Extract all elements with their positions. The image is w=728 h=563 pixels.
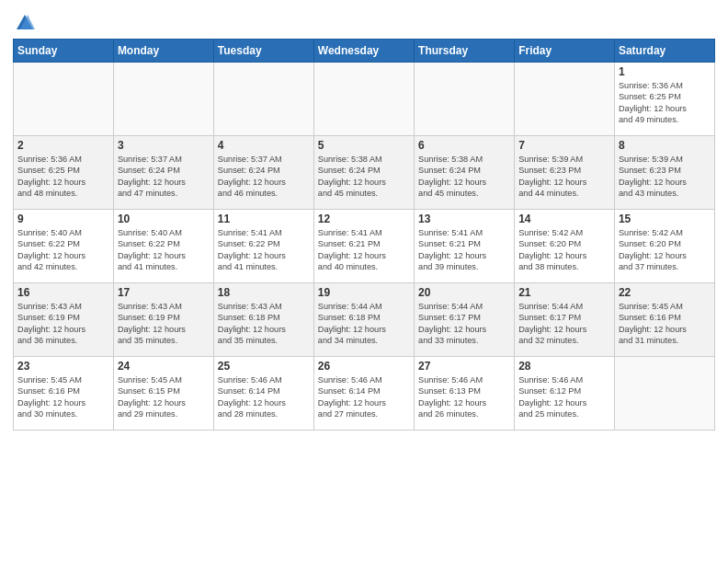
calendar-cell [415, 63, 515, 136]
calendar-cell: 10Sunrise: 5:40 AM Sunset: 6:22 PM Dayli… [113, 210, 213, 283]
day-number: 1 [619, 65, 711, 78]
day-number: 4 [218, 139, 310, 152]
calendar-cell: 28Sunrise: 5:46 AM Sunset: 6:12 PM Dayli… [515, 357, 615, 431]
day-number: 12 [318, 213, 410, 225]
day-info: Sunrise: 5:45 AM Sunset: 6:16 PM Dayligh… [17, 374, 109, 420]
calendar-cell: 14Sunrise: 5:42 AM Sunset: 6:20 PM Dayli… [515, 210, 615, 283]
day-info: Sunrise: 5:38 AM Sunset: 6:24 PM Dayligh… [318, 154, 410, 200]
day-number: 2 [17, 139, 109, 152]
day-number: 19 [318, 286, 410, 299]
calendar-cell: 11Sunrise: 5:41 AM Sunset: 6:22 PM Dayli… [213, 210, 313, 283]
calendar-table: SundayMondayTuesdayWednesdayThursdayFrid… [13, 39, 715, 431]
day-info: Sunrise: 5:38 AM Sunset: 6:24 PM Dayligh… [418, 154, 510, 200]
weekday-friday: Friday [515, 40, 615, 63]
calendar-cell [515, 63, 615, 136]
day-number: 8 [619, 139, 711, 152]
day-info: Sunrise: 5:46 AM Sunset: 6:12 PM Dayligh… [518, 374, 610, 420]
calendar-cell [614, 357, 714, 431]
weekday-sunday: Sunday [14, 40, 114, 63]
day-info: Sunrise: 5:46 AM Sunset: 6:14 PM Dayligh… [218, 374, 310, 420]
calendar-cell: 25Sunrise: 5:46 AM Sunset: 6:14 PM Dayli… [213, 357, 313, 431]
day-number: 25 [218, 360, 310, 373]
calendar-cell: 21Sunrise: 5:44 AM Sunset: 6:17 PM Dayli… [515, 283, 615, 357]
day-number: 6 [418, 139, 510, 152]
calendar-cell: 8Sunrise: 5:39 AM Sunset: 6:23 PM Daylig… [614, 136, 714, 210]
day-number: 9 [17, 213, 109, 225]
day-info: Sunrise: 5:46 AM Sunset: 6:13 PM Dayligh… [418, 374, 510, 420]
day-number: 21 [518, 286, 610, 299]
day-number: 16 [17, 286, 109, 299]
day-number: 14 [518, 213, 610, 225]
day-number: 17 [118, 286, 210, 299]
calendar-cell: 22Sunrise: 5:45 AM Sunset: 6:16 PM Dayli… [614, 283, 714, 357]
calendar-cell: 13Sunrise: 5:41 AM Sunset: 6:21 PM Dayli… [415, 210, 515, 283]
day-info: Sunrise: 5:41 AM Sunset: 6:21 PM Dayligh… [418, 227, 510, 273]
weekday-wednesday: Wednesday [313, 40, 414, 63]
weekday-header-row: SundayMondayTuesdayWednesdayThursdayFrid… [14, 40, 715, 63]
day-info: Sunrise: 5:39 AM Sunset: 6:23 PM Dayligh… [518, 154, 610, 200]
day-info: Sunrise: 5:39 AM Sunset: 6:23 PM Dayligh… [619, 154, 711, 200]
day-info: Sunrise: 5:40 AM Sunset: 6:22 PM Dayligh… [118, 227, 210, 273]
day-number: 7 [518, 139, 610, 152]
calendar-week-1: 1Sunrise: 5:36 AM Sunset: 6:25 PM Daylig… [14, 63, 715, 136]
logo-icon [15, 13, 35, 33]
calendar-cell: 23Sunrise: 5:45 AM Sunset: 6:16 PM Dayli… [14, 357, 114, 431]
calendar-cell: 9Sunrise: 5:40 AM Sunset: 6:22 PM Daylig… [14, 210, 114, 283]
calendar-cell: 27Sunrise: 5:46 AM Sunset: 6:13 PM Dayli… [415, 357, 515, 431]
day-info: Sunrise: 5:45 AM Sunset: 6:15 PM Dayligh… [118, 374, 210, 420]
calendar-week-2: 2Sunrise: 5:36 AM Sunset: 6:25 PM Daylig… [14, 136, 715, 210]
logo [13, 13, 35, 33]
calendar-week-5: 23Sunrise: 5:45 AM Sunset: 6:16 PM Dayli… [14, 357, 715, 431]
calendar-cell [113, 63, 213, 136]
page: SundayMondayTuesdayWednesdayThursdayFrid… [0, 0, 728, 440]
day-info: Sunrise: 5:36 AM Sunset: 6:25 PM Dayligh… [17, 154, 109, 200]
day-number: 15 [619, 213, 711, 225]
day-number: 10 [118, 213, 210, 225]
calendar-cell: 16Sunrise: 5:43 AM Sunset: 6:19 PM Dayli… [14, 283, 114, 357]
header [13, 9, 715, 33]
day-info: Sunrise: 5:36 AM Sunset: 6:25 PM Dayligh… [619, 80, 711, 126]
day-info: Sunrise: 5:37 AM Sunset: 6:24 PM Dayligh… [118, 154, 210, 200]
calendar-cell: 20Sunrise: 5:44 AM Sunset: 6:17 PM Dayli… [415, 283, 515, 357]
calendar-cell: 17Sunrise: 5:43 AM Sunset: 6:19 PM Dayli… [113, 283, 213, 357]
day-number: 11 [218, 213, 310, 225]
weekday-thursday: Thursday [415, 40, 515, 63]
weekday-tuesday: Tuesday [213, 40, 313, 63]
calendar-cell: 3Sunrise: 5:37 AM Sunset: 6:24 PM Daylig… [113, 136, 213, 210]
calendar-cell: 15Sunrise: 5:42 AM Sunset: 6:20 PM Dayli… [614, 210, 714, 283]
day-number: 27 [418, 360, 510, 373]
day-info: Sunrise: 5:42 AM Sunset: 6:20 PM Dayligh… [619, 227, 711, 273]
day-info: Sunrise: 5:43 AM Sunset: 6:19 PM Dayligh… [17, 301, 109, 347]
calendar-cell [313, 63, 414, 136]
calendar-cell: 4Sunrise: 5:37 AM Sunset: 6:24 PM Daylig… [213, 136, 313, 210]
day-info: Sunrise: 5:44 AM Sunset: 6:17 PM Dayligh… [518, 301, 610, 347]
day-info: Sunrise: 5:37 AM Sunset: 6:24 PM Dayligh… [218, 154, 310, 200]
calendar-cell: 7Sunrise: 5:39 AM Sunset: 6:23 PM Daylig… [515, 136, 615, 210]
day-info: Sunrise: 5:46 AM Sunset: 6:14 PM Dayligh… [318, 374, 410, 420]
calendar-cell: 1Sunrise: 5:36 AM Sunset: 6:25 PM Daylig… [614, 63, 714, 136]
calendar-cell: 18Sunrise: 5:43 AM Sunset: 6:18 PM Dayli… [213, 283, 313, 357]
day-info: Sunrise: 5:44 AM Sunset: 6:18 PM Dayligh… [318, 301, 410, 347]
day-info: Sunrise: 5:45 AM Sunset: 6:16 PM Dayligh… [619, 301, 711, 347]
day-info: Sunrise: 5:44 AM Sunset: 6:17 PM Dayligh… [418, 301, 510, 347]
calendar-cell [14, 63, 114, 136]
day-info: Sunrise: 5:43 AM Sunset: 6:19 PM Dayligh… [118, 301, 210, 347]
day-number: 24 [118, 360, 210, 373]
calendar-week-3: 9Sunrise: 5:40 AM Sunset: 6:22 PM Daylig… [14, 210, 715, 283]
calendar-cell: 6Sunrise: 5:38 AM Sunset: 6:24 PM Daylig… [415, 136, 515, 210]
weekday-monday: Monday [113, 40, 213, 63]
calendar-cell [213, 63, 313, 136]
day-number: 3 [118, 139, 210, 152]
calendar-cell: 5Sunrise: 5:38 AM Sunset: 6:24 PM Daylig… [313, 136, 414, 210]
calendar-cell: 2Sunrise: 5:36 AM Sunset: 6:25 PM Daylig… [14, 136, 114, 210]
calendar-cell: 26Sunrise: 5:46 AM Sunset: 6:14 PM Dayli… [313, 357, 414, 431]
calendar-week-4: 16Sunrise: 5:43 AM Sunset: 6:19 PM Dayli… [14, 283, 715, 357]
day-info: Sunrise: 5:41 AM Sunset: 6:21 PM Dayligh… [318, 227, 410, 273]
day-info: Sunrise: 5:42 AM Sunset: 6:20 PM Dayligh… [518, 227, 610, 273]
day-info: Sunrise: 5:40 AM Sunset: 6:22 PM Dayligh… [17, 227, 109, 273]
day-number: 23 [17, 360, 109, 373]
day-info: Sunrise: 5:43 AM Sunset: 6:18 PM Dayligh… [218, 301, 310, 347]
calendar-cell: 19Sunrise: 5:44 AM Sunset: 6:18 PM Dayli… [313, 283, 414, 357]
calendar-cell: 12Sunrise: 5:41 AM Sunset: 6:21 PM Dayli… [313, 210, 414, 283]
day-number: 22 [619, 286, 711, 299]
